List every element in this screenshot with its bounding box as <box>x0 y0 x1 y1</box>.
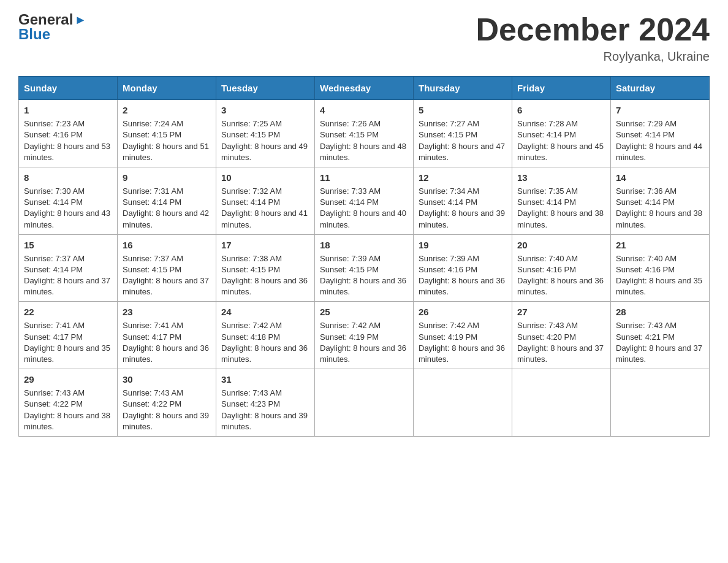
calendar-day-cell: 27 Sunrise: 7:43 AMSunset: 4:20 PMDaylig… <box>512 302 611 369</box>
day-number: 31 <box>221 373 309 386</box>
day-info: Sunrise: 7:42 AMSunset: 4:19 PMDaylight:… <box>419 321 505 364</box>
calendar-day-cell: 4 Sunrise: 7:26 AMSunset: 4:15 PMDayligh… <box>315 100 414 167</box>
day-info: Sunrise: 7:26 AMSunset: 4:15 PMDaylight:… <box>320 119 406 162</box>
day-number: 23 <box>123 305 211 318</box>
day-info: Sunrise: 7:29 AMSunset: 4:14 PMDaylight:… <box>616 119 702 162</box>
calendar-day-cell: 5 Sunrise: 7:27 AMSunset: 4:15 PMDayligh… <box>414 100 512 167</box>
day-number: 27 <box>517 305 605 318</box>
day-info: Sunrise: 7:38 AMSunset: 4:15 PMDaylight:… <box>221 254 308 297</box>
day-info: Sunrise: 7:34 AMSunset: 4:14 PMDaylight:… <box>419 186 505 229</box>
logo-general-text: General <box>18 12 73 27</box>
logo-arrow-icon: ► <box>74 13 86 26</box>
calendar-day-cell: 22 Sunrise: 7:41 AMSunset: 4:17 PMDaylig… <box>19 302 118 369</box>
day-info: Sunrise: 7:33 AMSunset: 4:14 PMDaylight:… <box>320 186 406 229</box>
day-info: Sunrise: 7:39 AMSunset: 4:16 PMDaylight:… <box>419 254 505 297</box>
day-info: Sunrise: 7:36 AMSunset: 4:14 PMDaylight:… <box>616 186 702 229</box>
day-number: 25 <box>320 305 408 318</box>
calendar-day-cell: 6 Sunrise: 7:28 AMSunset: 4:14 PMDayligh… <box>512 100 611 167</box>
day-number: 5 <box>419 104 507 117</box>
day-info: Sunrise: 7:43 AMSunset: 4:22 PMDaylight:… <box>24 388 110 431</box>
day-info: Sunrise: 7:43 AMSunset: 4:21 PMDaylight:… <box>616 321 702 364</box>
calendar-day-cell <box>512 369 611 437</box>
day-number: 3 <box>221 104 309 117</box>
day-info: Sunrise: 7:42 AMSunset: 4:18 PMDaylight:… <box>221 321 308 364</box>
day-info: Sunrise: 7:40 AMSunset: 4:16 PMDaylight:… <box>517 254 604 297</box>
day-info: Sunrise: 7:43 AMSunset: 4:20 PMDaylight:… <box>517 321 604 364</box>
day-info: Sunrise: 7:41 AMSunset: 4:17 PMDaylight:… <box>123 321 209 364</box>
calendar-day-cell: 30 Sunrise: 7:43 AMSunset: 4:22 PMDaylig… <box>118 369 216 437</box>
calendar-day-cell: 18 Sunrise: 7:39 AMSunset: 4:15 PMDaylig… <box>315 234 414 302</box>
day-number: 9 <box>123 171 211 184</box>
day-info: Sunrise: 7:37 AMSunset: 4:14 PMDaylight:… <box>24 254 110 297</box>
calendar-day-cell: 21 Sunrise: 7:40 AMSunset: 4:16 PMDaylig… <box>611 234 710 302</box>
day-number: 4 <box>320 104 408 117</box>
day-info: Sunrise: 7:40 AMSunset: 4:16 PMDaylight:… <box>616 254 702 297</box>
weekday-header-cell: Tuesday <box>216 77 315 100</box>
calendar-day-cell: 7 Sunrise: 7:29 AMSunset: 4:14 PMDayligh… <box>611 100 710 167</box>
day-number: 18 <box>320 239 408 251</box>
day-info: Sunrise: 7:31 AMSunset: 4:14 PMDaylight:… <box>123 186 209 229</box>
day-number: 13 <box>517 171 605 184</box>
calendar-week-row: 15 Sunrise: 7:37 AMSunset: 4:14 PMDaylig… <box>19 234 710 302</box>
day-info: Sunrise: 7:43 AMSunset: 4:23 PMDaylight:… <box>221 388 308 431</box>
page-header: General► Blue December 2024 Roylyanka, U… <box>18 12 710 64</box>
day-number: 12 <box>419 171 507 184</box>
calendar-week-row: 1 Sunrise: 7:23 AMSunset: 4:16 PMDayligh… <box>19 100 710 167</box>
calendar-week-row: 22 Sunrise: 7:41 AMSunset: 4:17 PMDaylig… <box>19 302 710 369</box>
calendar-day-cell: 26 Sunrise: 7:42 AMSunset: 4:19 PMDaylig… <box>414 302 512 369</box>
day-number: 6 <box>517 104 605 117</box>
day-number: 26 <box>419 305 507 318</box>
day-info: Sunrise: 7:28 AMSunset: 4:14 PMDaylight:… <box>517 119 604 162</box>
day-info: Sunrise: 7:24 AMSunset: 4:15 PMDaylight:… <box>123 119 209 162</box>
calendar-day-cell: 20 Sunrise: 7:40 AMSunset: 4:16 PMDaylig… <box>512 234 611 302</box>
calendar-day-cell: 31 Sunrise: 7:43 AMSunset: 4:23 PMDaylig… <box>216 369 315 437</box>
weekday-header-cell: Wednesday <box>315 77 414 100</box>
calendar-week-row: 29 Sunrise: 7:43 AMSunset: 4:22 PMDaylig… <box>19 369 710 437</box>
day-number: 10 <box>221 171 309 184</box>
calendar-table: SundayMondayTuesdayWednesdayThursdayFrid… <box>18 76 710 437</box>
day-number: 11 <box>320 171 408 184</box>
calendar-day-cell: 10 Sunrise: 7:32 AMSunset: 4:14 PMDaylig… <box>216 167 315 234</box>
calendar-body: 1 Sunrise: 7:23 AMSunset: 4:16 PMDayligh… <box>19 100 710 437</box>
day-info: Sunrise: 7:23 AMSunset: 4:16 PMDaylight:… <box>24 119 110 162</box>
calendar-day-cell: 29 Sunrise: 7:43 AMSunset: 4:22 PMDaylig… <box>19 369 118 437</box>
title-block: December 2024 Roylyanka, Ukraine <box>476 12 710 64</box>
calendar-day-cell <box>611 369 710 437</box>
calendar-day-cell <box>414 369 512 437</box>
day-info: Sunrise: 7:42 AMSunset: 4:19 PMDaylight:… <box>320 321 406 364</box>
weekday-header-cell: Monday <box>118 77 216 100</box>
day-info: Sunrise: 7:35 AMSunset: 4:14 PMDaylight:… <box>517 186 604 229</box>
day-info: Sunrise: 7:41 AMSunset: 4:17 PMDaylight:… <box>24 321 110 364</box>
calendar-day-cell: 28 Sunrise: 7:43 AMSunset: 4:21 PMDaylig… <box>611 302 710 369</box>
day-info: Sunrise: 7:37 AMSunset: 4:15 PMDaylight:… <box>123 254 209 297</box>
location-label: Roylyanka, Ukraine <box>476 50 710 64</box>
month-title: December 2024 <box>476 12 710 47</box>
day-number: 15 <box>24 239 112 251</box>
weekday-header-cell: Thursday <box>414 77 512 100</box>
day-number: 8 <box>24 171 112 184</box>
calendar-day-cell <box>315 369 414 437</box>
weekday-header-row: SundayMondayTuesdayWednesdayThursdayFrid… <box>19 77 710 100</box>
calendar-day-cell: 14 Sunrise: 7:36 AMSunset: 4:14 PMDaylig… <box>611 167 710 234</box>
logo: General► Blue <box>18 12 86 42</box>
day-info: Sunrise: 7:30 AMSunset: 4:14 PMDaylight:… <box>24 186 110 229</box>
calendar-day-cell: 9 Sunrise: 7:31 AMSunset: 4:14 PMDayligh… <box>118 167 216 234</box>
calendar-day-cell: 23 Sunrise: 7:41 AMSunset: 4:17 PMDaylig… <box>118 302 216 369</box>
day-number: 28 <box>616 305 704 318</box>
day-number: 24 <box>221 305 309 318</box>
calendar-day-cell: 16 Sunrise: 7:37 AMSunset: 4:15 PMDaylig… <box>118 234 216 302</box>
day-number: 7 <box>616 104 704 117</box>
calendar-day-cell: 24 Sunrise: 7:42 AMSunset: 4:18 PMDaylig… <box>216 302 315 369</box>
day-number: 1 <box>24 104 112 117</box>
calendar-day-cell: 8 Sunrise: 7:30 AMSunset: 4:14 PMDayligh… <box>19 167 118 234</box>
day-number: 20 <box>517 239 605 251</box>
weekday-header-cell: Sunday <box>19 77 118 100</box>
calendar-day-cell: 13 Sunrise: 7:35 AMSunset: 4:14 PMDaylig… <box>512 167 611 234</box>
calendar-day-cell: 1 Sunrise: 7:23 AMSunset: 4:16 PMDayligh… <box>19 100 118 167</box>
day-number: 30 <box>123 373 211 386</box>
day-info: Sunrise: 7:27 AMSunset: 4:15 PMDaylight:… <box>419 119 505 162</box>
calendar-day-cell: 3 Sunrise: 7:25 AMSunset: 4:15 PMDayligh… <box>216 100 315 167</box>
logo-blue-text: Blue <box>18 27 86 42</box>
day-number: 19 <box>419 239 507 251</box>
weekday-header-cell: Saturday <box>611 77 710 100</box>
